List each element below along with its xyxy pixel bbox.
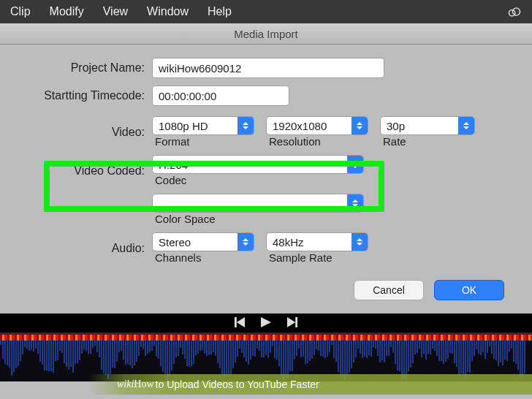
dialog-title: Media Import — [234, 28, 298, 40]
timecode-label: Startting Timecode: — [20, 89, 152, 102]
wikihow-attribution: wikiwikiHowHow to Upload Videos to YouTu… — [88, 374, 532, 395]
colorspace-select[interactable] — [152, 194, 364, 213]
playback-controls — [0, 314, 532, 332]
updown-icon — [238, 233, 254, 251]
svg-marker-3 — [237, 317, 245, 327]
project-name-label: Project Name: — [20, 61, 152, 75]
video-codec-select[interactable]: H.264 — [152, 155, 364, 174]
updown-icon — [352, 233, 368, 251]
updown-icon — [458, 117, 474, 134]
codec-label: Video Coded: — [20, 164, 152, 178]
svg-point-1 — [513, 8, 520, 15]
next-frame-icon[interactable] — [287, 317, 297, 330]
menu-modify[interactable]: Modify — [50, 5, 84, 18]
svg-rect-2 — [235, 317, 237, 327]
play-icon[interactable] — [261, 317, 271, 330]
svg-marker-4 — [261, 317, 271, 327]
updown-icon — [352, 117, 368, 134]
audio-samplerate-select[interactable]: 48kHz — [266, 232, 368, 251]
menu-clip[interactable]: Clip — [10, 5, 31, 18]
updown-icon — [347, 194, 363, 212]
video-format-select[interactable]: 1080p HD — [152, 116, 254, 135]
video-resolution-sublabel: Resolution — [266, 135, 371, 148]
audio-channels-select[interactable]: Stereo — [152, 232, 254, 251]
audio-samplerate-sublabel: Sample Rate — [266, 251, 371, 264]
menu-view[interactable]: View — [103, 5, 128, 18]
timecode-input[interactable]: 00:00:00:00 — [152, 86, 289, 106]
menu-window[interactable]: Window — [147, 5, 189, 18]
app-menubar: Clip Modify View Window Help — [0, 0, 532, 23]
ok-button[interactable]: OK — [434, 280, 504, 300]
dialog-titlebar: Media Import — [0, 23, 532, 45]
video-label: Video: — [20, 126, 152, 139]
audio-label: Audio: — [20, 242, 152, 255]
creative-cloud-icon[interactable] — [507, 4, 522, 19]
prev-frame-icon[interactable] — [235, 317, 245, 330]
video-rate-sublabel: Rate — [380, 135, 485, 148]
updown-icon — [347, 156, 363, 173]
video-resolution-select[interactable]: 1920x1080 — [266, 116, 368, 135]
media-import-dialog: Project Name: wikiHow6609012 Startting T… — [0, 45, 532, 314]
svg-rect-5 — [295, 317, 297, 327]
colorspace-sublabel: Color Space — [152, 213, 257, 225]
updown-icon — [238, 117, 254, 134]
cancel-button[interactable]: Cancel — [354, 280, 424, 300]
menu-help[interactable]: Help — [208, 5, 232, 18]
project-name-input[interactable]: wikiHow6609012 — [152, 58, 384, 78]
svg-marker-6 — [287, 317, 295, 327]
video-format-sublabel: Format — [152, 135, 257, 148]
video-codec-sublabel: Codec — [152, 174, 257, 186]
audio-channels-sublabel: Channels — [152, 251, 257, 264]
video-rate-select[interactable]: 30p — [380, 116, 475, 135]
